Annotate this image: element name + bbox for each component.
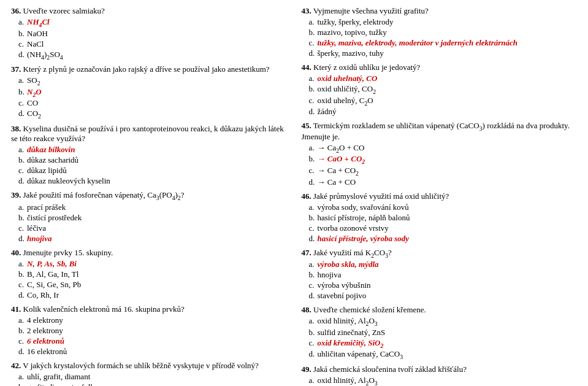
answer-letter-1-0-1: b. — [309, 28, 318, 37]
answer-item-1-2-0: a.→ Ca2O + CO — [309, 143, 578, 154]
answer-item-0-6-0: a.uhlí, grafit, diamant — [18, 372, 287, 382]
answer-list-1-2: a.→ Ca2O + COb.→ CaO + CO2c.→ Ca + CO2d.… — [302, 143, 578, 187]
question-block-0-3: 39. Jaké použití má fosforečnan vápenatý… — [11, 190, 287, 244]
answer-text-1-0-3: šperky, mazivo, tuhy — [318, 48, 384, 58]
answer-letter-1-3-1: b. — [309, 213, 318, 223]
answer-item-0-0-1: b.NaOH — [18, 29, 287, 39]
answer-letter-1-0-3: d. — [309, 48, 318, 58]
answer-text-0-5-3: 16 elektronů — [27, 347, 67, 356]
answer-item-0-1-2: c.CO — [18, 98, 287, 108]
answer-text-0-6-1: grafit, diamant a fullereny — [27, 382, 110, 386]
answer-item-1-4-1: b.hnojiva — [309, 270, 578, 280]
answer-item-0-5-3: d.16 elektronů — [18, 347, 287, 357]
answer-item-0-2-2: c.důkaz lipidů — [18, 166, 287, 176]
answer-text-1-4-1: hnojiva — [318, 270, 342, 279]
answer-item-1-5-2: c.oxid křemičitý, SiO2 — [309, 338, 578, 349]
answer-letter-1-4-3: d. — [309, 291, 318, 301]
question-block-0-6: 42. V jakých krystalových formách se uhl… — [11, 361, 287, 386]
answer-text-1-6-0: oxid hlinitý, Al2O3 — [318, 376, 378, 385]
answer-item-0-4-2: c.C, Si, Ge, Sn, Pb — [18, 280, 287, 290]
question-block-1-2: 45. Termickým rozkladem se uhličitan váp… — [302, 121, 578, 187]
question-block-1-0: 43. Vyjmenujte všechna využití grafitu?a… — [302, 6, 578, 58]
answer-text-1-0-1: mazivo, topivo, tužky — [318, 28, 387, 37]
answer-item-0-0-2: c.NaCl — [18, 39, 287, 49]
answer-item-1-0-1: b.mazivo, topivo, tužky — [309, 28, 578, 37]
question-text-0-2: 38. Kyselina dusičná se používá i pro xa… — [11, 124, 287, 144]
answer-text-0-3-0: prací prášek — [27, 203, 66, 212]
answer-letter-0-3-2: c. — [18, 223, 27, 233]
answer-letter-0-5-2: c. — [18, 336, 27, 346]
answer-text-1-5-0: oxid hlinitý, Al2O3 — [318, 316, 378, 325]
answer-item-0-0-3: d.(NH4)2SO4 — [18, 50, 287, 61]
question-text-0-0: 36. Uveďte vzorec salmiaku? — [11, 6, 287, 16]
answer-item-1-1-2: c.oxid uhelný, C2O — [309, 96, 578, 107]
answer-item-1-1-3: d.žádný — [309, 107, 578, 117]
answer-text-0-0-2: NaCl — [27, 39, 44, 48]
answer-letter-1-2-2: c. — [309, 166, 318, 176]
answer-list-1-0: a.tužky, šperky, elektrodyb.mazivo, topi… — [302, 17, 578, 58]
answer-letter-1-1-2: c. — [309, 96, 318, 106]
question-block-0-2: 38. Kyselina dusičná se používá i pro xa… — [11, 124, 287, 186]
answer-text-0-4-0: N, P, As, Sb, Bi — [27, 259, 77, 268]
answer-text-1-3-2: tvorba ozonové vrstvy — [318, 223, 389, 233]
answer-text-0-2-3: důkaz nukleových kyselin — [27, 176, 110, 185]
answer-letter-0-4-2: c. — [18, 280, 27, 290]
column-1: 36. Uveďte vzorec salmiaku?a.NH4Clb.NaOH… — [11, 6, 287, 386]
answer-list-0-1: a.SO2b.N2Oc.COd.CO2 — [11, 75, 287, 120]
answer-letter-1-1-3: d. — [309, 107, 318, 117]
answer-text-1-3-0: výroba sody, svařování kovů — [318, 203, 409, 212]
answer-text-0-4-3: Co, Rh, Ir — [27, 290, 59, 299]
answer-item-1-3-1: b.hasicí přístroje, náplň balonů — [309, 213, 578, 223]
answer-letter-0-0-0: a. — [18, 17, 27, 27]
answer-text-1-1-3: žádný — [318, 107, 337, 116]
question-block-1-1: 44. Který z oxidů uhlíku je jedovatý?a.o… — [302, 63, 578, 117]
answer-list-0-2: a.důkaz bílkovinb.důkaz sacharidůc.důkaz… — [11, 145, 287, 186]
answer-text-0-5-1: 2 elektrony — [27, 326, 63, 335]
answer-text-0-0-1: NaOH — [27, 29, 48, 38]
answer-letter-0-1-1: b. — [18, 87, 27, 97]
answer-text-0-1-3: CO2 — [27, 109, 41, 118]
answer-item-0-3-2: c.léčiva — [18, 223, 287, 233]
answer-text-1-2-3: → Ca + CO — [318, 177, 356, 187]
answer-list-1-6: a.oxid hlinitý, Al2O3b.oxid křemičitý, S… — [302, 376, 578, 386]
answer-letter-0-5-3: d. — [18, 347, 27, 357]
answer-text-0-2-1: důkaz sacharidů — [27, 155, 78, 164]
answer-text-1-0-0: tužky, šperky, elektrody — [318, 17, 394, 26]
answer-letter-0-2-1: b. — [18, 155, 27, 165]
answer-item-0-5-0: a.4 elektrony — [18, 315, 287, 325]
question-text-0-3: 39. Jaké použití má fosforečnan vápenatý… — [11, 190, 287, 201]
answer-letter-0-4-1: b. — [18, 269, 27, 279]
answer-item-1-2-3: d.→ Ca + CO — [309, 177, 578, 187]
question-block-1-5: 48. Uveďte chemické složení křemene.a.ox… — [302, 305, 578, 360]
answer-letter-0-2-3: d. — [18, 176, 27, 186]
question-text-0-5: 41. Kolik valenčních elektronů má 16. sk… — [11, 304, 287, 314]
answer-letter-1-3-0: a. — [309, 203, 318, 212]
answer-item-1-5-1: b.sulfid zinečnatý, ZnS — [309, 328, 578, 338]
answer-letter-0-6-0: a. — [18, 372, 27, 382]
question-block-0-1: 37. Který z plynů je označován jako rajs… — [11, 64, 287, 120]
question-text-1-5: 48. Uveďte chemické složení křemene. — [302, 305, 578, 315]
answer-letter-1-0-2: c. — [309, 38, 318, 48]
answer-item-0-0-0: a.NH4Cl — [18, 17, 287, 28]
answer-text-1-3-3: hasicí přístroje, výroba sody — [318, 234, 410, 243]
answer-letter-1-5-3: d. — [309, 349, 318, 359]
answer-item-1-0-3: d.šperky, mazivo, tuhy — [309, 48, 578, 58]
answer-letter-0-4-0: a. — [18, 259, 27, 269]
answer-letter-0-3-3: d. — [18, 234, 27, 244]
answer-letter-0-5-0: a. — [18, 315, 27, 325]
answer-letter-0-0-3: d. — [18, 50, 27, 60]
answer-letter-0-1-3: d. — [18, 109, 27, 118]
answer-text-1-4-2: výroba výbušnin — [318, 280, 371, 290]
question-text-1-0: 43. Vyjmenujte všechna využití grafitu? — [302, 6, 578, 16]
answer-item-0-6-1: b.grafit, diamant a fullereny — [18, 382, 287, 386]
answer-letter-0-2-2: c. — [18, 166, 27, 176]
answer-letter-1-2-3: d. — [309, 177, 318, 187]
answer-list-1-5: a.oxid hlinitý, Al2O3b.sulfid zinečnatý,… — [302, 316, 578, 360]
answer-item-1-3-3: d.hasicí přístroje, výroba sody — [309, 234, 578, 244]
question-block-1-4: 47. Jaké využití má K2CO3?a.výroba skla,… — [302, 248, 578, 301]
answer-text-1-2-0: → Ca2O + CO — [318, 143, 365, 152]
answer-text-1-3-1: hasicí přístroje, náplň balonů — [318, 213, 410, 222]
answer-text-0-3-1: čistící prostředek — [27, 213, 82, 222]
question-text-0-6: 42. V jakých krystalových formách se uhl… — [11, 361, 287, 371]
column-2: 43. Vyjmenujte všechna využití grafitu?a… — [302, 6, 578, 386]
